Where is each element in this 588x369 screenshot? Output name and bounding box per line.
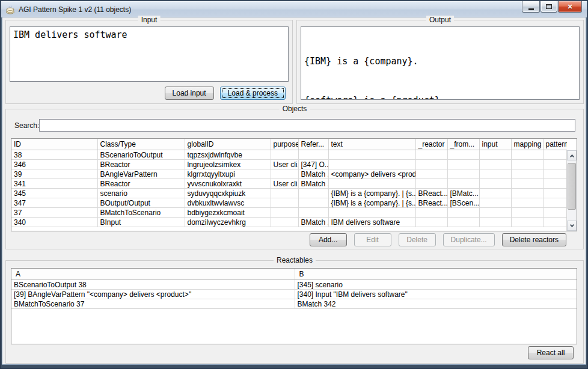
load-input-button[interactable]: Load input bbox=[165, 87, 214, 100]
table-row[interactable]: 39BAngleVarPatternklgrrxtqyyltxupiBMatch… bbox=[11, 169, 567, 179]
cell[interactable] bbox=[479, 150, 511, 160]
cell[interactable]: {IBM} is a {company}. | {s... bbox=[328, 198, 415, 208]
cell[interactable] bbox=[415, 160, 447, 169]
cell[interactable] bbox=[511, 150, 543, 160]
cell[interactable]: 345 bbox=[11, 189, 97, 198]
cell[interactable]: BOutput/Output bbox=[97, 198, 185, 208]
cell[interactable] bbox=[328, 160, 415, 169]
scroll-down-button[interactable] bbox=[567, 221, 577, 231]
cell[interactable]: BReactor bbox=[97, 160, 185, 169]
cell[interactable] bbox=[415, 169, 447, 179]
cell[interactable] bbox=[543, 169, 567, 179]
cell[interactable] bbox=[298, 208, 328, 218]
cell[interactable] bbox=[271, 169, 298, 179]
cell[interactable]: BMatch ... bbox=[298, 179, 328, 189]
cell[interactable]: domzilwyczevhkrg bbox=[185, 218, 271, 227]
cell[interactable]: BAngleVarPattern bbox=[97, 169, 185, 179]
cell[interactable] bbox=[543, 208, 567, 218]
cell[interactable]: 38 bbox=[11, 150, 97, 160]
cell[interactable]: tqpzsxjdwlnfqvbe bbox=[185, 150, 271, 160]
cell[interactable] bbox=[511, 189, 543, 198]
column-header[interactable]: text bbox=[328, 139, 415, 150]
cell[interactable]: [347] O... bbox=[298, 160, 328, 169]
cell[interactable] bbox=[479, 179, 511, 189]
cell[interactable]: BMatchToScenario 37 bbox=[11, 299, 295, 309]
column-header[interactable]: globalID bbox=[185, 139, 271, 150]
cell[interactable] bbox=[479, 208, 511, 218]
cell[interactable] bbox=[479, 218, 511, 227]
cell[interactable] bbox=[511, 218, 543, 227]
cell[interactable] bbox=[543, 198, 567, 208]
column-header[interactable]: input bbox=[479, 139, 511, 150]
cell[interactable] bbox=[415, 150, 447, 160]
cell[interactable]: [BMatc... bbox=[447, 189, 479, 198]
input-textarea[interactable]: IBM delivers software bbox=[10, 26, 289, 82]
cell[interactable]: BReact... bbox=[415, 189, 447, 198]
cell[interactable]: <company> delivers <prod... bbox=[328, 169, 415, 179]
add-button[interactable]: Add... bbox=[310, 233, 347, 246]
cell[interactable]: User cli... bbox=[271, 179, 298, 189]
column-header[interactable]: Class/Type bbox=[97, 139, 185, 150]
column-header[interactable]: _reactor bbox=[415, 139, 447, 150]
cell[interactable]: BMatch ... bbox=[298, 169, 328, 179]
cell[interactable]: 37 bbox=[11, 208, 97, 218]
load-process-button[interactable]: Load & process bbox=[220, 87, 286, 100]
cell[interactable] bbox=[511, 160, 543, 169]
cell[interactable] bbox=[298, 198, 328, 208]
cell[interactable]: [39] BAngleVarPattern "<company> deliver… bbox=[11, 290, 295, 299]
cell[interactable] bbox=[271, 218, 298, 227]
cell[interactable] bbox=[543, 218, 567, 227]
cell[interactable] bbox=[543, 160, 567, 169]
cell[interactable] bbox=[447, 160, 479, 169]
column-header[interactable]: B bbox=[295, 269, 577, 280]
cell[interactable]: lngrujeolzsimkex bbox=[185, 160, 271, 169]
minimize-button[interactable] bbox=[522, 1, 540, 13]
cell[interactable] bbox=[479, 160, 511, 169]
title-bar[interactable]: AGI Pattern Spike 1 v2 (11 objects) ✕ bbox=[1, 1, 587, 17]
cell[interactable] bbox=[447, 208, 479, 218]
cell[interactable]: 340 bbox=[11, 218, 97, 227]
cell[interactable]: klgrrxtqyyltxupi bbox=[185, 169, 271, 179]
cell[interactable]: 341 bbox=[11, 179, 97, 189]
column-header[interactable]: pattern bbox=[543, 139, 567, 150]
cell[interactable] bbox=[543, 179, 567, 189]
cell[interactable] bbox=[543, 189, 567, 198]
cell[interactable]: BMatch 342 bbox=[295, 299, 577, 309]
cell[interactable] bbox=[271, 208, 298, 218]
close-button[interactable]: ✕ bbox=[558, 1, 582, 13]
cell[interactable]: 39 bbox=[11, 169, 97, 179]
cell[interactable] bbox=[447, 179, 479, 189]
cell[interactable] bbox=[479, 198, 511, 208]
table-row[interactable]: 346BReactorlngrujeolzsimkexUser cli...[3… bbox=[11, 160, 567, 169]
cell[interactable] bbox=[447, 150, 479, 160]
maximize-button[interactable] bbox=[541, 1, 557, 13]
table-row[interactable]: 341BReactoryvvscnukolxraxktUser cli...BM… bbox=[11, 179, 567, 189]
cell[interactable] bbox=[511, 198, 543, 208]
cell[interactable]: BReactor bbox=[97, 179, 185, 189]
table-row[interactable]: 38BScenarioToOutputtqpzsxjdwlnfqvbe bbox=[11, 150, 567, 160]
cell[interactable] bbox=[298, 189, 328, 198]
cell[interactable] bbox=[271, 198, 298, 208]
cell[interactable] bbox=[271, 189, 298, 198]
output-textarea[interactable]: {IBM} is a {company}. {software} is a {p… bbox=[301, 26, 580, 100]
cell[interactable]: IBM delivers software bbox=[328, 218, 415, 227]
scroll-up-button[interactable] bbox=[567, 150, 577, 160]
cell[interactable] bbox=[415, 208, 447, 218]
column-header[interactable]: mapping bbox=[511, 139, 543, 150]
objects-vertical-scrollbar[interactable] bbox=[566, 150, 577, 231]
cell[interactable]: [BScen... bbox=[447, 198, 479, 208]
cell[interactable] bbox=[479, 189, 511, 198]
cell[interactable]: yvvscnukolxraxkt bbox=[185, 179, 271, 189]
cell[interactable]: bdbiygezxkcmoait bbox=[185, 208, 271, 218]
cell[interactable] bbox=[479, 169, 511, 179]
cell[interactable]: BReact... bbox=[415, 198, 447, 208]
cell[interactable]: BInput bbox=[97, 218, 185, 227]
cell[interactable]: BScenarioToOutput 38 bbox=[11, 280, 295, 290]
table-row[interactable]: 347BOutput/Outputdvbkuxltwvlawvsc{IBM} i… bbox=[11, 198, 567, 208]
column-header[interactable]: purpose bbox=[271, 139, 298, 150]
cell[interactable] bbox=[447, 218, 479, 227]
cell[interactable]: [345] scenario bbox=[295, 280, 577, 290]
cell[interactable] bbox=[298, 150, 328, 160]
cell[interactable] bbox=[415, 218, 447, 227]
cell[interactable]: BMatchToScenario bbox=[97, 208, 185, 218]
